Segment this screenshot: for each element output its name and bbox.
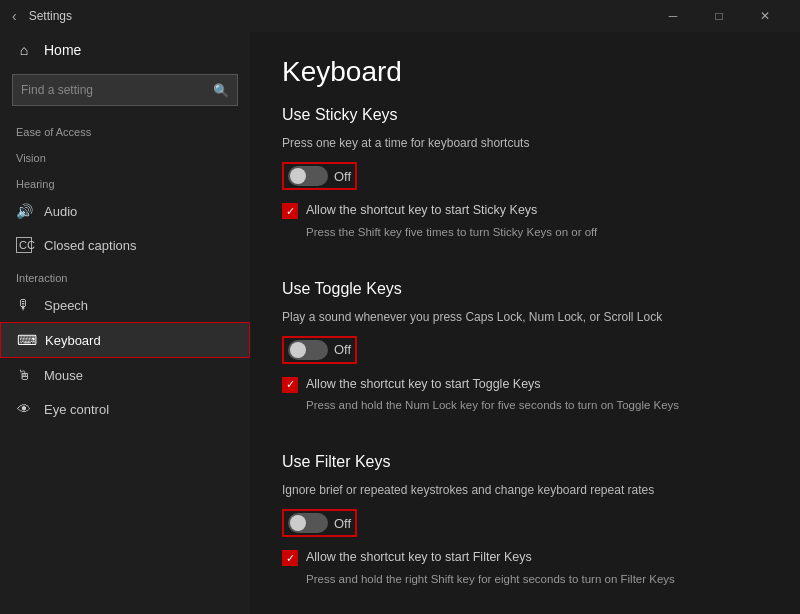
toggle-keys-checkbox[interactable]: ✓ xyxy=(282,377,298,393)
window-controls: ─ □ ✕ xyxy=(650,0,788,32)
filter-keys-checkbox-label: Allow the shortcut key to start Filter K… xyxy=(306,549,532,567)
keyboard-icon: ⌨ xyxy=(17,332,33,348)
toggle-keys-toggle-container: Off xyxy=(282,336,357,364)
sidebar-eye-label: Eye control xyxy=(44,402,109,417)
sticky-keys-checkbox-label: Allow the shortcut key to start Sticky K… xyxy=(306,202,537,220)
maximize-button[interactable]: □ xyxy=(696,0,742,32)
captions-icon: CC xyxy=(16,237,32,253)
sidebar-item-audio[interactable]: 🔊 Audio xyxy=(0,194,250,228)
filter-keys-checkbox-hint: Press and hold the right Shift key for e… xyxy=(306,571,768,587)
sidebar-item-eye-control[interactable]: 👁 Eye control xyxy=(0,392,250,426)
hearing-section-label: Hearing xyxy=(0,168,250,194)
filter-keys-toggle[interactable] xyxy=(288,513,328,533)
eye-icon: 👁 xyxy=(16,401,32,417)
speech-icon: 🎙 xyxy=(16,297,32,313)
toggle-keys-toggle-row: Off xyxy=(282,336,768,364)
sidebar-speech-label: Speech xyxy=(44,298,88,313)
page-title: Keyboard xyxy=(282,56,768,88)
sticky-keys-toggle-label: Off xyxy=(334,169,351,184)
vision-section-label: Vision xyxy=(0,142,250,168)
filter-keys-toggle-row: Off xyxy=(282,509,768,537)
sidebar-mouse-label: Mouse xyxy=(44,368,83,383)
sticky-keys-heading: Use Sticky Keys xyxy=(282,106,768,124)
sidebar-item-keyboard[interactable]: ⌨ Keyboard xyxy=(0,322,250,358)
filter-keys-toggle-label: Off xyxy=(334,516,351,531)
sidebar-item-mouse[interactable]: 🖱 Mouse xyxy=(0,358,250,392)
sticky-keys-toggle-row: Off xyxy=(282,162,768,190)
filter-keys-heading: Use Filter Keys xyxy=(282,453,768,471)
sidebar-audio-label: Audio xyxy=(44,204,77,219)
sidebar-captions-label: Closed captions xyxy=(44,238,137,253)
sticky-keys-toggle[interactable] xyxy=(288,166,328,186)
toggle-keys-heading: Use Toggle Keys xyxy=(282,280,768,298)
titlebar: ‹ Settings ─ □ ✕ xyxy=(0,0,800,32)
home-icon: ⌂ xyxy=(16,42,32,58)
sidebar: ⌂ Home 🔍 Ease of Access Vision Hearing 🔊… xyxy=(0,32,250,614)
interaction-section-label: Interaction xyxy=(0,262,250,288)
sidebar-item-speech[interactable]: 🎙 Speech xyxy=(0,288,250,322)
sticky-keys-toggle-container: Off xyxy=(282,162,357,190)
sticky-keys-desc: Press one key at a time for keyboard sho… xyxy=(282,134,768,152)
toggle-keys-toggle[interactable] xyxy=(288,340,328,360)
search-box[interactable]: 🔍 xyxy=(12,74,238,106)
mouse-icon: 🖱 xyxy=(16,367,32,383)
sticky-keys-checkbox-hint: Press the Shift key five times to turn S… xyxy=(306,224,768,240)
sticky-keys-checkbox-row: ✓ Allow the shortcut key to start Sticky… xyxy=(282,202,768,220)
toggle-keys-desc: Play a sound whenever you press Caps Loc… xyxy=(282,308,768,326)
toggle-keys-toggle-label: Off xyxy=(334,342,351,357)
sidebar-item-closed-captions[interactable]: CC Closed captions xyxy=(0,228,250,262)
sidebar-home-label: Home xyxy=(44,42,81,58)
toggle-keys-checkbox-hint: Press and hold the Num Lock key for five… xyxy=(306,397,768,413)
toggle-keys-checkbox-label: Allow the shortcut key to start Toggle K… xyxy=(306,376,541,394)
sidebar-keyboard-label: Keyboard xyxy=(45,333,101,348)
ease-of-access-label: Ease of Access xyxy=(0,116,250,142)
search-input[interactable] xyxy=(21,83,213,97)
sticky-keys-checkbox[interactable]: ✓ xyxy=(282,203,298,219)
back-button[interactable]: ‹ xyxy=(12,8,17,24)
content-area: Keyboard Use Sticky Keys Press one key a… xyxy=(250,32,800,614)
toggle-keys-checkbox-row: ✓ Allow the shortcut key to start Toggle… xyxy=(282,376,768,394)
filter-keys-desc: Ignore brief or repeated keystrokes and … xyxy=(282,481,768,499)
filter-keys-checkbox[interactable]: ✓ xyxy=(282,550,298,566)
audio-icon: 🔊 xyxy=(16,203,32,219)
titlebar-title: Settings xyxy=(29,9,650,23)
filter-keys-checkbox-row: ✓ Allow the shortcut key to start Filter… xyxy=(282,549,768,567)
filter-keys-toggle-container: Off xyxy=(282,509,357,537)
sidebar-item-home[interactable]: ⌂ Home xyxy=(0,32,250,68)
close-button[interactable]: ✕ xyxy=(742,0,788,32)
minimize-button[interactable]: ─ xyxy=(650,0,696,32)
main-layout: ⌂ Home 🔍 Ease of Access Vision Hearing 🔊… xyxy=(0,32,800,614)
search-icon: 🔍 xyxy=(213,83,229,98)
